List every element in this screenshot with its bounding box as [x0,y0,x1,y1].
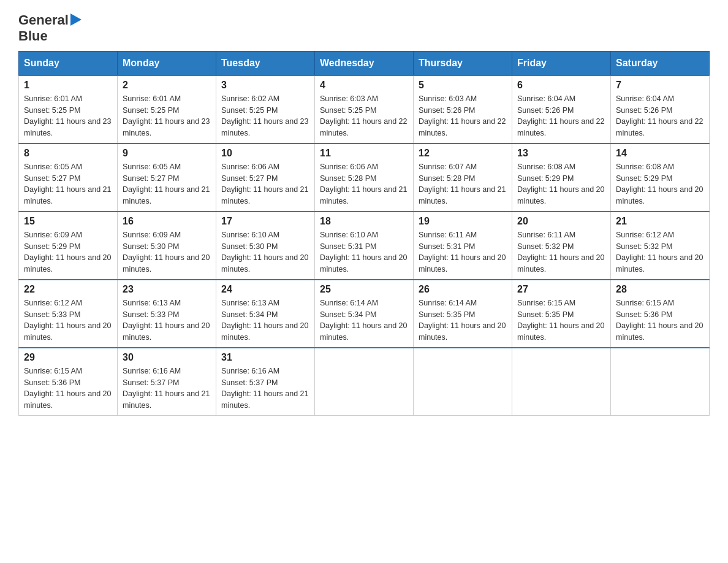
calendar-cell [512,348,611,416]
calendar-cell: 1 Sunrise: 6:01 AM Sunset: 5:25 PM Dayli… [19,75,118,144]
logo-general-text: General [18,12,69,28]
day-number: 12 [419,148,507,159]
svg-marker-0 [70,13,82,26]
day-info: Sunrise: 6:08 AM Sunset: 5:29 PM Dayligh… [517,161,605,207]
calendar-cell: 4 Sunrise: 6:03 AM Sunset: 5:25 PM Dayli… [315,75,414,144]
day-info: Sunrise: 6:03 AM Sunset: 5:26 PM Dayligh… [419,93,507,139]
day-info: Sunrise: 6:11 AM Sunset: 5:31 PM Dayligh… [419,229,507,275]
day-number: 26 [419,284,507,295]
calendar-cell: 20 Sunrise: 6:11 AM Sunset: 5:32 PM Dayl… [512,212,611,280]
day-info: Sunrise: 6:15 AM Sunset: 5:36 PM Dayligh… [616,297,704,343]
calendar-cell: 18 Sunrise: 6:10 AM Sunset: 5:31 PM Dayl… [315,212,414,280]
day-number: 24 [221,284,309,295]
day-number: 27 [517,284,605,295]
day-info: Sunrise: 6:12 AM Sunset: 5:32 PM Dayligh… [616,229,704,275]
calendar-cell: 26 Sunrise: 6:14 AM Sunset: 5:35 PM Dayl… [414,280,512,348]
calendar-cell: 31 Sunrise: 6:16 AM Sunset: 5:37 PM Dayl… [216,348,315,416]
page-header: General Blue [18,12,710,45]
day-number: 28 [616,284,704,295]
day-info: Sunrise: 6:11 AM Sunset: 5:32 PM Dayligh… [517,229,605,275]
column-header-sunday: Sunday [19,51,118,75]
day-info: Sunrise: 6:05 AM Sunset: 5:27 PM Dayligh… [123,161,211,207]
week-row-5: 29 Sunrise: 6:15 AM Sunset: 5:36 PM Dayl… [19,348,710,416]
calendar-cell: 7 Sunrise: 6:04 AM Sunset: 5:26 PM Dayli… [611,75,710,144]
day-info: Sunrise: 6:01 AM Sunset: 5:25 PM Dayligh… [123,93,211,139]
day-number: 1 [24,80,112,91]
calendar-cell: 15 Sunrise: 6:09 AM Sunset: 5:29 PM Dayl… [19,212,118,280]
calendar-cell: 19 Sunrise: 6:11 AM Sunset: 5:31 PM Dayl… [414,212,512,280]
calendar-cell: 12 Sunrise: 6:07 AM Sunset: 5:28 PM Dayl… [414,144,512,212]
day-number: 31 [221,352,309,363]
day-info: Sunrise: 6:07 AM Sunset: 5:28 PM Dayligh… [419,161,507,207]
day-number: 4 [320,80,408,91]
calendar-cell: 11 Sunrise: 6:06 AM Sunset: 5:28 PM Dayl… [315,144,414,212]
week-row-2: 8 Sunrise: 6:05 AM Sunset: 5:27 PM Dayli… [19,144,710,212]
day-info: Sunrise: 6:09 AM Sunset: 5:29 PM Dayligh… [24,229,112,275]
day-info: Sunrise: 6:01 AM Sunset: 5:25 PM Dayligh… [24,93,112,139]
calendar-cell: 23 Sunrise: 6:13 AM Sunset: 5:33 PM Dayl… [118,280,216,348]
day-number: 20 [517,216,605,227]
week-row-1: 1 Sunrise: 6:01 AM Sunset: 5:25 PM Dayli… [19,75,710,144]
calendar-cell: 22 Sunrise: 6:12 AM Sunset: 5:33 PM Dayl… [19,280,118,348]
day-number: 9 [123,148,211,159]
day-number: 18 [320,216,408,227]
week-row-4: 22 Sunrise: 6:12 AM Sunset: 5:33 PM Dayl… [19,280,710,348]
day-info: Sunrise: 6:02 AM Sunset: 5:25 PM Dayligh… [221,93,309,139]
logo: General Blue [18,12,82,45]
day-number: 25 [320,284,408,295]
calendar-cell: 16 Sunrise: 6:09 AM Sunset: 5:30 PM Dayl… [118,212,216,280]
calendar-cell: 25 Sunrise: 6:14 AM Sunset: 5:34 PM Dayl… [315,280,414,348]
week-row-3: 15 Sunrise: 6:09 AM Sunset: 5:29 PM Dayl… [19,212,710,280]
day-number: 13 [517,148,605,159]
day-number: 3 [221,80,309,91]
day-info: Sunrise: 6:16 AM Sunset: 5:37 PM Dayligh… [221,366,309,412]
day-info: Sunrise: 6:09 AM Sunset: 5:30 PM Dayligh… [123,229,211,275]
day-info: Sunrise: 6:05 AM Sunset: 5:27 PM Dayligh… [24,161,112,207]
calendar-cell: 24 Sunrise: 6:13 AM Sunset: 5:34 PM Dayl… [216,280,315,348]
calendar-cell: 2 Sunrise: 6:01 AM Sunset: 5:25 PM Dayli… [118,75,216,144]
calendar-cell: 27 Sunrise: 6:15 AM Sunset: 5:35 PM Dayl… [512,280,611,348]
day-number: 23 [123,284,211,295]
logo-blue-text: Blue [18,28,82,44]
calendar-cell [315,348,414,416]
day-number: 17 [221,216,309,227]
calendar-cell: 21 Sunrise: 6:12 AM Sunset: 5:32 PM Dayl… [611,212,710,280]
day-info: Sunrise: 6:15 AM Sunset: 5:35 PM Dayligh… [517,297,605,343]
day-info: Sunrise: 6:13 AM Sunset: 5:34 PM Dayligh… [221,297,309,343]
calendar-cell: 10 Sunrise: 6:06 AM Sunset: 5:27 PM Dayl… [216,144,315,212]
calendar-cell: 29 Sunrise: 6:15 AM Sunset: 5:36 PM Dayl… [19,348,118,416]
day-info: Sunrise: 6:04 AM Sunset: 5:26 PM Dayligh… [616,93,704,139]
day-number: 30 [123,352,211,363]
day-number: 29 [24,352,112,363]
column-header-monday: Monday [118,51,216,75]
column-header-friday: Friday [512,51,611,75]
day-number: 8 [24,148,112,159]
column-header-tuesday: Tuesday [216,51,315,75]
column-header-saturday: Saturday [611,51,710,75]
day-number: 19 [419,216,507,227]
column-header-thursday: Thursday [414,51,512,75]
calendar-cell: 28 Sunrise: 6:15 AM Sunset: 5:36 PM Dayl… [611,280,710,348]
day-number: 14 [616,148,704,159]
day-info: Sunrise: 6:06 AM Sunset: 5:27 PM Dayligh… [221,161,309,207]
day-number: 15 [24,216,112,227]
day-number: 16 [123,216,211,227]
calendar-cell: 3 Sunrise: 6:02 AM Sunset: 5:25 PM Dayli… [216,75,315,144]
calendar-cell: 17 Sunrise: 6:10 AM Sunset: 5:30 PM Dayl… [216,212,315,280]
day-info: Sunrise: 6:14 AM Sunset: 5:34 PM Dayligh… [320,297,408,343]
column-header-wednesday: Wednesday [315,51,414,75]
calendar-cell: 9 Sunrise: 6:05 AM Sunset: 5:27 PM Dayli… [118,144,216,212]
calendar-cell: 6 Sunrise: 6:04 AM Sunset: 5:26 PM Dayli… [512,75,611,144]
day-number: 21 [616,216,704,227]
day-info: Sunrise: 6:10 AM Sunset: 5:30 PM Dayligh… [221,229,309,275]
day-info: Sunrise: 6:15 AM Sunset: 5:36 PM Dayligh… [24,366,112,412]
day-info: Sunrise: 6:08 AM Sunset: 5:29 PM Dayligh… [616,161,704,207]
calendar-cell: 13 Sunrise: 6:08 AM Sunset: 5:29 PM Dayl… [512,144,611,212]
calendar-cell: 30 Sunrise: 6:16 AM Sunset: 5:37 PM Dayl… [118,348,216,416]
day-info: Sunrise: 6:10 AM Sunset: 5:31 PM Dayligh… [320,229,408,275]
day-number: 22 [24,284,112,295]
calendar-cell: 14 Sunrise: 6:08 AM Sunset: 5:29 PM Dayl… [611,144,710,212]
calendar-table: SundayMondayTuesdayWednesdayThursdayFrid… [18,51,710,416]
calendar-cell [611,348,710,416]
logo-arrow-icon [70,13,82,26]
